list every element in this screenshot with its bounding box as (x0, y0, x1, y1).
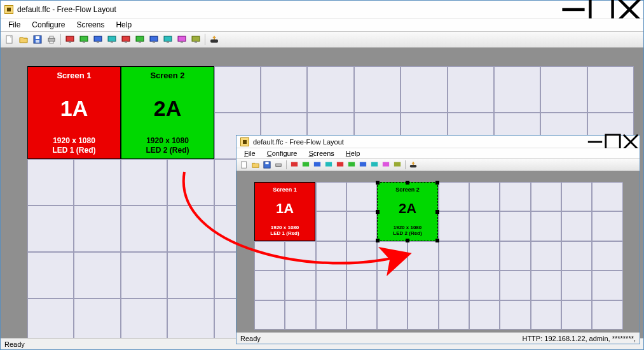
svg-rect-30 (195, 41, 197, 43)
resize-handle-nw[interactable] (376, 181, 380, 185)
menu-help[interactable]: Help (111, 19, 137, 31)
resize-handle-w[interactable] (376, 210, 380, 214)
open-icon[interactable] (17, 33, 30, 46)
svg-rect-8 (48, 38, 55, 41)
menu-configure[interactable]: Configure (27, 19, 70, 31)
status-text: Ready (4, 340, 25, 348)
print-icon[interactable] (45, 33, 58, 46)
svg-rect-42 (314, 162, 320, 167)
resize-handle-ne[interactable] (435, 181, 439, 185)
screen-2-res: 1920 x 1080 (146, 136, 189, 145)
resize-handle-se[interactable] (435, 239, 439, 242)
menubar: File Configure Screens Help (236, 148, 640, 158)
titlebar[interactable]: default.ffc - Free-Flow Layout (236, 136, 640, 148)
svg-rect-29 (192, 36, 200, 41)
monitor-6-icon[interactable] (134, 33, 146, 46)
svg-rect-24 (153, 41, 155, 43)
menu-screens[interactable]: Screens (71, 19, 109, 31)
screen-2-led: LED 2 (Red) (146, 146, 189, 155)
monitor-10-icon[interactable] (189, 33, 202, 46)
monitor-3-icon[interactable] (92, 33, 104, 46)
svg-rect-27 (178, 36, 186, 41)
monitor-8-icon[interactable] (369, 160, 380, 170)
screen-1-res: 1920 x 1080 (270, 225, 299, 231)
screen-2-res: 1920 x 1080 (393, 225, 421, 231)
screen-2-led: LED 2 (Red) (393, 230, 421, 237)
monitor-5-icon[interactable] (335, 160, 345, 170)
resize-handle-e[interactable] (435, 210, 439, 214)
screen-2-label: 2A (154, 96, 181, 121)
monitor-7-icon[interactable] (358, 160, 368, 170)
svg-rect-36 (242, 162, 247, 168)
screen-2-tile[interactable]: Screen 2 2A 1920 x 1080 LED 2 (Red) (377, 182, 438, 241)
maximize-button[interactable] (604, 136, 622, 148)
svg-rect-26 (167, 41, 169, 43)
print-icon[interactable] (273, 160, 284, 170)
screen-1-led: LED 1 (Red) (270, 230, 299, 237)
maximize-button[interactable] (587, 1, 615, 18)
menu-file[interactable]: File (3, 19, 25, 31)
svg-rect-49 (394, 162, 401, 167)
svg-rect-20 (125, 41, 127, 43)
work-area[interactable]: Screen 1 1A 1920 x 1080 LED 1 (Red) Scre… (236, 171, 640, 332)
new-icon[interactable] (239, 160, 249, 170)
secondary-window: default.ffc - Free-Flow Layout File Conf… (236, 135, 640, 344)
status-text-left: Ready (240, 335, 261, 342)
minimize-button[interactable] (559, 1, 587, 18)
monitor-4-icon[interactable] (106, 33, 118, 46)
save-icon[interactable] (262, 160, 272, 170)
svg-rect-16 (97, 41, 99, 43)
monitor-2-icon[interactable] (301, 160, 311, 170)
monitor-8-icon[interactable] (161, 33, 174, 46)
screen-1-res: 1920 x 1080 (52, 136, 95, 145)
monitor-5-icon[interactable] (120, 33, 132, 46)
open-icon[interactable] (250, 160, 261, 170)
monitor-6-icon[interactable] (346, 160, 357, 170)
resize-handle-sw[interactable] (376, 239, 380, 242)
svg-rect-46 (360, 162, 366, 167)
menu-screens[interactable]: Screens (303, 148, 339, 158)
screen-1-label: 1A (276, 200, 294, 217)
monitor-7-icon[interactable] (147, 33, 160, 46)
svg-rect-38 (265, 162, 268, 164)
screen-1-label: 1A (60, 96, 88, 121)
menu-help[interactable]: Help (341, 148, 366, 158)
svg-rect-44 (337, 162, 343, 167)
screen-1-name: Screen 1 (273, 186, 297, 193)
monitor-2-icon[interactable] (78, 33, 90, 46)
monitor-4-icon[interactable] (324, 160, 334, 170)
screen-2-tile[interactable]: Screen 2 2A 1920 x 1080 LED 2 (Red) (121, 66, 214, 159)
menu-configure[interactable]: Configure (262, 148, 303, 158)
screen-1-tile[interactable]: Screen 1 1A 1920 x 1080 LED 1 (Red) (254, 182, 315, 241)
svg-rect-28 (181, 41, 183, 43)
new-icon[interactable] (3, 33, 16, 46)
titlebar[interactable]: default.ffc - Free-Flow Layout (1, 1, 643, 18)
screen-1-tile[interactable]: Screen 1 1A 1920 x 1080 LED 1 (Red) (27, 66, 121, 159)
svg-rect-18 (111, 41, 113, 43)
svg-rect-48 (383, 162, 389, 167)
monitor-10-icon[interactable] (392, 160, 402, 170)
status-text-right: HTTP: 192.168.1.22, admin, ********, (522, 335, 636, 342)
close-button[interactable] (615, 1, 643, 18)
toolbar (236, 158, 640, 171)
monitor-1-icon[interactable] (64, 33, 76, 46)
app-icon (240, 137, 249, 146)
minimize-button[interactable] (586, 136, 604, 148)
resize-handle-s[interactable] (406, 239, 409, 242)
send-icon[interactable] (408, 160, 418, 170)
monitor-1-icon[interactable] (289, 160, 299, 170)
monitor-3-icon[interactable] (312, 160, 322, 170)
monitor-9-icon[interactable] (175, 33, 188, 46)
monitor-9-icon[interactable] (381, 160, 391, 170)
save-icon[interactable] (31, 33, 44, 46)
resize-handle-n[interactable] (406, 181, 409, 185)
svg-rect-9 (50, 36, 53, 38)
close-button[interactable] (622, 136, 640, 148)
svg-rect-31 (210, 39, 218, 43)
svg-rect-25 (164, 36, 172, 41)
screen-2-label: 2A (399, 200, 416, 217)
screen-1-led: LED 1 (Red) (52, 146, 95, 155)
menu-file[interactable]: File (239, 148, 261, 158)
send-icon[interactable] (208, 33, 221, 46)
menubar: File Configure Screens Help (1, 18, 643, 31)
